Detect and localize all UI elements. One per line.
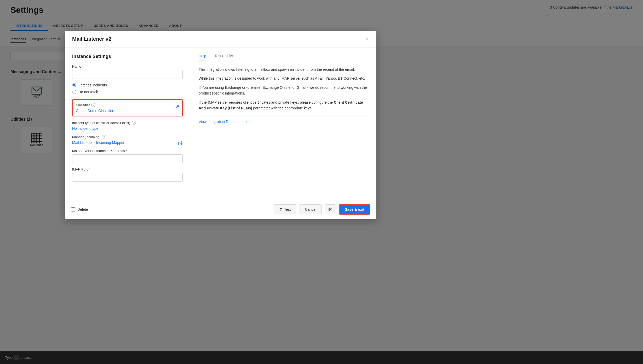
test-button[interactable]: ⚗ Test bbox=[274, 204, 296, 214]
help-paragraph-2: While this integration is designed to wo… bbox=[199, 75, 368, 81]
classifier-external-link-icon[interactable] bbox=[174, 105, 179, 111]
help-paragraph-3: If You are using Exchange on-premise, Ex… bbox=[199, 85, 368, 96]
name-input[interactable]: coffee_demo_listener bbox=[72, 70, 183, 79]
modal-header: Mail Listener v2 × bbox=[65, 31, 376, 48]
delete-checkbox[interactable] bbox=[71, 207, 75, 212]
cancel-button[interactable]: Cancel bbox=[300, 204, 322, 214]
svg-line-2 bbox=[180, 142, 182, 144]
right-tabs-bar: Help Test results bbox=[199, 54, 368, 61]
mail-server-field: Mail Server Hostname / IP address * imap… bbox=[72, 149, 183, 167]
classifier-help-icon[interactable]: ? bbox=[91, 103, 95, 107]
help-paragraph-4: If the IMAP server requires client certi… bbox=[199, 99, 368, 111]
delete-checkbox-label[interactable]: Delete bbox=[71, 207, 271, 212]
save-disk-icon bbox=[328, 207, 332, 212]
test-icon: ⚗ bbox=[279, 207, 283, 212]
right-panel: Help Test results This integration allow… bbox=[190, 48, 376, 200]
left-panel: Instance Settings Name * coffee_demo_lis… bbox=[65, 48, 190, 200]
imap-port-field: IMAP Port * 993 bbox=[72, 167, 183, 186]
incident-type-link[interactable]: No incident type bbox=[72, 126, 98, 131]
mapper-external-link-icon[interactable] bbox=[178, 141, 183, 147]
mapper-help-icon[interactable]: ? bbox=[102, 135, 106, 139]
incident-type-section: Incident type (if classifier doesn't exi… bbox=[72, 121, 183, 131]
help-divider bbox=[199, 115, 368, 115]
save-exit-button[interactable]: Save & exit bbox=[339, 204, 370, 215]
fetch-radio-group: Fetches incidents Do not fetch bbox=[72, 83, 183, 94]
view-integration-documentation-link[interactable]: View Integration Documentation bbox=[199, 120, 250, 124]
imap-port-input[interactable]: 993 bbox=[72, 173, 183, 182]
save-icon-button[interactable] bbox=[325, 204, 336, 214]
fetches-incidents-radio[interactable]: Fetches incidents bbox=[72, 83, 183, 87]
imap-port-label: IMAP Port * bbox=[72, 167, 183, 171]
classifier-label-row: Classifier ? bbox=[76, 103, 179, 107]
modal-title: Mail Listener v2 bbox=[72, 36, 111, 42]
delete-section: Delete bbox=[71, 207, 271, 212]
tab-test-results[interactable]: Test results bbox=[215, 54, 233, 61]
name-required-star: * bbox=[82, 64, 84, 68]
name-field-label: Name * bbox=[72, 64, 183, 68]
help-paragraph-1: This integration allows listening to a m… bbox=[199, 67, 368, 72]
mail-server-input[interactable]: imap.fastmail.com bbox=[72, 154, 183, 163]
svg-line-1 bbox=[176, 105, 179, 108]
incident-type-help-icon[interactable]: ? bbox=[132, 121, 136, 125]
incident-type-label-row: Incident type (if classifier doesn't exi… bbox=[72, 121, 183, 125]
close-button[interactable]: × bbox=[366, 36, 369, 42]
mail-listener-modal: Mail Listener v2 × Instance Settings Nam… bbox=[65, 31, 376, 219]
instance-settings-title: Instance Settings bbox=[72, 54, 183, 59]
do-not-fetch-radio[interactable]: Do not fetch bbox=[72, 90, 183, 94]
tab-help[interactable]: Help bbox=[199, 54, 206, 61]
modal-body: Instance Settings Name * coffee_demo_lis… bbox=[65, 48, 376, 200]
mapper-section: Mapper (incoming) ? Mail Listener - Inco… bbox=[72, 135, 183, 145]
modal-footer: Delete ⚗ Test Cancel Save & exit bbox=[65, 200, 376, 219]
mapper-value-link[interactable]: Mail Listener - Incoming Mapper bbox=[72, 140, 124, 145]
classifier-value-link[interactable]: Coffee Demo Classifier bbox=[76, 109, 113, 113]
mail-server-label: Mail Server Hostname / IP address * bbox=[72, 149, 183, 153]
classifier-section: Classifier ? Coffee Demo Classifier bbox=[72, 99, 183, 116]
mapper-label-row: Mapper (incoming) ? bbox=[72, 135, 183, 139]
